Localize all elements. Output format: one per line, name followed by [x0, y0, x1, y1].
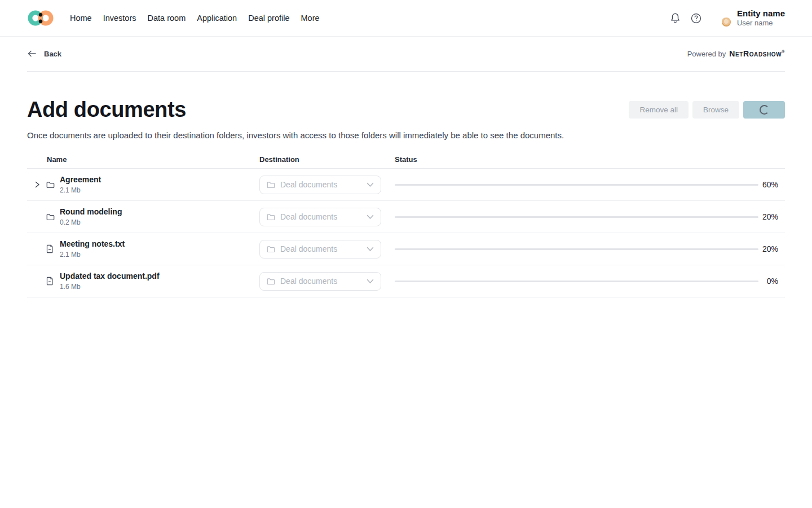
destination-cell: Deal documents: [259, 176, 395, 194]
user-identity[interactable]: Entity name User name: [737, 8, 785, 28]
browse-button[interactable]: Browse: [692, 101, 739, 119]
progress-bar: [395, 216, 758, 218]
table-row: Agreement 2.1 Mb Deal documents: [27, 169, 785, 201]
user-name-label: User name: [737, 19, 785, 28]
table-row: Updated tax document.pdf 1.6 Mb Deal doc…: [27, 265, 785, 297]
status-cell: 20%: [395, 244, 785, 253]
user-photo: [722, 17, 731, 27]
folder-icon: [267, 181, 275, 189]
progress-bar: [395, 184, 758, 186]
destination-select[interactable]: Deal documents: [259, 272, 381, 291]
back-label: Back: [44, 50, 61, 58]
nav-item-more[interactable]: More: [301, 11, 320, 25]
powered-by-prefix: Powered by: [687, 50, 726, 58]
document-name[interactable]: Updated tax document.pdf: [60, 271, 160, 281]
chevron-down-icon: [367, 247, 374, 252]
destination-cell: Deal documents: [259, 272, 395, 291]
loading-spinner-icon: [760, 105, 769, 115]
document-size: 0.2 Mb: [60, 218, 122, 226]
destination-cell: Deal documents: [259, 208, 395, 226]
progress-percent-label: 0%: [758, 277, 778, 286]
folder-icon: [267, 213, 275, 221]
company-logo-icon[interactable]: [27, 8, 54, 28]
file-icon: [46, 277, 55, 286]
main-nav: Home Investors Data room Application Dea…: [70, 11, 320, 25]
table-row: Meeting notes.txt 2.1 Mb Deal documents: [27, 233, 785, 265]
documents-table: Name Destination Status: [27, 155, 785, 297]
nav-right-cluster: Entity name User name: [670, 8, 785, 28]
progress-bar: [395, 281, 758, 282]
registered-mark: ®: [782, 50, 785, 54]
nav-item-application[interactable]: Application: [197, 11, 237, 25]
destination-value: Deal documents: [280, 212, 361, 221]
back-button[interactable]: Back: [27, 49, 61, 58]
chevron-right-icon[interactable]: [34, 181, 41, 189]
nav-item-investors[interactable]: Investors: [103, 11, 136, 25]
progress-percent-label: 20%: [758, 244, 778, 253]
nav-item-data-room[interactable]: Data room: [148, 11, 186, 25]
folder-icon: [267, 278, 275, 285]
document-size: 1.6 Mb: [60, 283, 160, 291]
folder-icon: [46, 213, 55, 221]
page-title: Add documents: [27, 98, 186, 122]
destination-select[interactable]: Deal documents: [259, 240, 381, 259]
name-cell: Agreement 2.1 Mb: [27, 175, 259, 194]
avatar[interactable]: [715, 10, 731, 27]
status-cell: 20%: [395, 212, 785, 221]
help-icon[interactable]: [691, 12, 702, 24]
destination-value: Deal documents: [280, 180, 361, 189]
folder-icon: [267, 246, 275, 253]
entity-name-label: Entity name: [737, 8, 785, 19]
destination-select[interactable]: Deal documents: [259, 176, 381, 194]
destination-select[interactable]: Deal documents: [259, 208, 381, 226]
document-name[interactable]: Meeting notes.txt: [60, 239, 125, 249]
table-row: Round modeling 0.2 Mb Deal documents: [27, 201, 785, 233]
name-cell: Round modeling 0.2 Mb: [27, 207, 259, 226]
progress-percent-label: 20%: [758, 212, 778, 221]
back-arrow-icon: [27, 49, 37, 58]
destination-value: Deal documents: [280, 277, 361, 286]
destination-value: Deal documents: [280, 244, 361, 253]
destination-cell: Deal documents: [259, 240, 395, 259]
toolbar: Remove all Browse: [629, 101, 785, 119]
document-name[interactable]: Round modeling: [60, 207, 122, 217]
name-cell: Updated tax document.pdf 1.6 Mb: [27, 271, 259, 291]
table-header-row: Name Destination Status: [27, 155, 785, 169]
top-navigation-bar: Home Investors Data room Application Dea…: [0, 0, 812, 36]
nav-item-home[interactable]: Home: [70, 11, 92, 25]
column-header-status: Status: [395, 155, 785, 164]
expand-slot: [34, 181, 46, 189]
chevron-down-icon: [367, 279, 374, 284]
column-header-destination: Destination: [259, 155, 395, 164]
back-bar: Back Powered by NetRoadshow®: [27, 36, 785, 72]
status-cell: 0%: [395, 277, 785, 286]
document-size: 2.1 Mb: [60, 186, 101, 194]
netroadshow-logotype: NetRoadshow®: [729, 49, 785, 58]
table-body: Agreement 2.1 Mb Deal documents: [27, 169, 785, 297]
document-name[interactable]: Agreement: [60, 175, 101, 185]
progress-bar: [395, 248, 758, 250]
notifications-bell-icon[interactable]: [670, 12, 681, 24]
column-header-name: Name: [27, 155, 259, 164]
nav-item-deal-profile[interactable]: Deal profile: [248, 11, 289, 25]
chevron-down-icon: [367, 182, 374, 187]
name-cell: Meeting notes.txt 2.1 Mb: [27, 239, 259, 259]
remove-all-button[interactable]: Remove all: [629, 101, 689, 119]
file-icon: [46, 244, 55, 253]
chevron-down-icon: [367, 214, 374, 220]
powered-by: Powered by NetRoadshow®: [687, 49, 785, 58]
page-description: Once documents are uploaded to their des…: [27, 130, 785, 140]
document-size: 2.1 Mb: [60, 251, 125, 259]
upload-loading-button[interactable]: [743, 101, 785, 119]
folder-icon: [46, 181, 55, 189]
status-cell: 60%: [395, 180, 785, 189]
progress-percent-label: 60%: [758, 180, 778, 189]
